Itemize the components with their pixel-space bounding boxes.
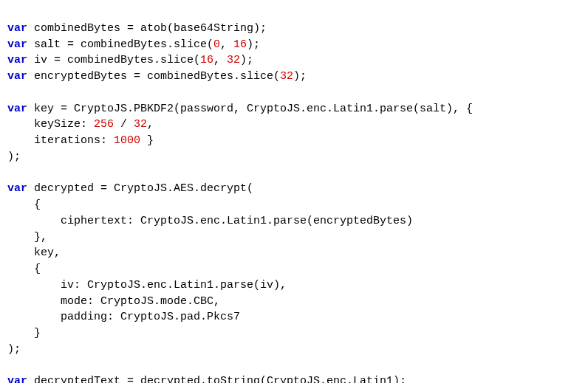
keyword-token: var <box>7 103 34 115</box>
number-token: 16 <box>200 54 213 66</box>
text-token: padding: CryptoJS.pad.Pkcs7 <box>7 311 240 323</box>
text-token: ); <box>247 38 260 51</box>
code-line: mode: CryptoJS.mode.CBC, <box>7 294 581 310</box>
code-line: key, <box>7 245 581 261</box>
text-token: }, <box>7 231 47 244</box>
code-line: var combinedBytes = atob(base64String); <box>7 21 581 37</box>
code-line: ); <box>7 342 581 358</box>
text-token: , <box>213 54 227 66</box>
text-token: iterations: <box>7 134 114 147</box>
text-token: ); <box>293 70 307 83</box>
number-token: 0 <box>213 38 220 51</box>
code-line: padding: CryptoJS.pad.Pkcs7 <box>7 309 581 325</box>
text-token: keySize: <box>7 118 94 131</box>
text-token: } <box>140 134 154 147</box>
code-line: var key = CryptoJS.PBKDF2(password, Cryp… <box>7 101 581 117</box>
text-token: key = CryptoJS.PBKDF2(password, CryptoJS… <box>34 103 473 115</box>
text-token: / <box>114 118 134 131</box>
code-line: var encryptedBytes = combinedBytes.slice… <box>7 69 581 85</box>
code-line: var salt = combinedBytes.slice(0, 16); <box>7 37 581 53</box>
text-token: salt = combinedBytes.slice( <box>34 38 213 51</box>
keyword-token: var <box>7 54 34 66</box>
code-line: ciphertext: CryptoJS.enc.Latin1.parse(en… <box>7 213 581 230</box>
text-token: ); <box>240 54 253 66</box>
keyword-token: var <box>7 182 34 195</box>
text-token: iv = combinedBytes.slice( <box>34 54 200 66</box>
text-token: ); <box>7 343 21 356</box>
code-line: var decrypted = CryptoJS.AES.decrypt( <box>7 181 581 197</box>
text-token: mode: CryptoJS.mode.CBC, <box>7 295 220 308</box>
number-token: 1000 <box>114 134 140 147</box>
text-token: ); <box>7 151 21 163</box>
code-line: iv: CryptoJS.enc.Latin1.parse(iv), <box>7 277 581 294</box>
code-line: } <box>7 325 581 342</box>
text-token: ciphertext: CryptoJS.enc.Latin1.parse(en… <box>7 215 413 227</box>
number-token: 32 <box>134 118 147 131</box>
keyword-token: var <box>7 70 34 83</box>
code-line <box>7 85 581 101</box>
code-line: iterations: 1000 } <box>7 133 581 149</box>
code-line: }, <box>7 230 581 246</box>
text-token: { <box>7 263 41 275</box>
number-token: 256 <box>94 118 114 131</box>
code-line <box>7 165 581 182</box>
text-token: combinedBytes = atob(base64String); <box>34 22 267 35</box>
code-line: keySize: 256 / 32, <box>7 117 581 133</box>
code-line: { <box>7 261 581 277</box>
text-token: , <box>147 118 154 131</box>
code-line: var iv = combinedBytes.slice(16, 32); <box>7 52 581 69</box>
text-token: key, <box>7 246 61 259</box>
text-token: , <box>220 38 233 51</box>
text-token: encryptedBytes = combinedBytes.slice( <box>34 70 280 83</box>
code-line: { <box>7 197 581 213</box>
code-line: ); <box>7 149 581 165</box>
number-token: 32 <box>280 70 293 83</box>
text-token: decryptedText = decrypted.toString(Crypt… <box>34 375 406 383</box>
number-token: 16 <box>233 38 247 51</box>
keyword-token: var <box>7 22 34 35</box>
code-line <box>7 358 581 374</box>
code-line: var decryptedText = decrypted.toString(C… <box>7 373 581 383</box>
text-token: } <box>7 327 41 339</box>
keyword-token: var <box>7 38 34 51</box>
text-token: iv: CryptoJS.enc.Latin1.parse(iv), <box>7 279 287 291</box>
text-token: { <box>7 199 41 211</box>
number-token: 32 <box>227 54 240 66</box>
code-block: var combinedBytes = atob(base64String);v… <box>7 21 581 383</box>
text-token: decrypted = CryptoJS.AES.decrypt( <box>34 182 253 195</box>
keyword-token: var <box>7 375 34 383</box>
